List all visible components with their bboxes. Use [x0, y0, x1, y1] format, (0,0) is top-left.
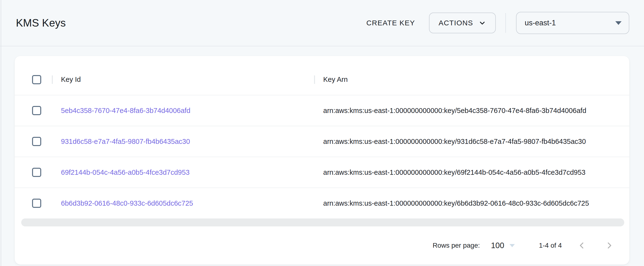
table-row: 69f2144b-054c-4a56-a0b5-4fce3d7cd953 arn… [15, 157, 629, 188]
key-arn-text: arn:aws:kms:us-east-1:000000000000:key/6… [323, 169, 586, 176]
chevron-left-icon [577, 240, 587, 250]
region-select[interactable]: us-east-1 [516, 12, 629, 34]
key-arn-text: arn:aws:kms:us-east-1:000000000000:key/6… [323, 199, 589, 207]
keys-table-card: Key Id Key Arn 5eb4c358-7670-47e4-8fa6-3… [15, 56, 629, 264]
caret-down-icon [510, 244, 515, 247]
rows-per-page-label: Rows per page: [433, 242, 480, 249]
next-page-button[interactable] [602, 238, 617, 253]
pagination-bar: Rows per page: 100 1-4 of 4 [15, 226, 629, 264]
column-header-key-id: Key Id [61, 76, 81, 83]
horizontal-scrollbar[interactable] [21, 218, 624, 226]
page-range-label: 1-4 of 4 [539, 242, 562, 249]
row-checkbox[interactable] [32, 199, 41, 208]
key-id-link[interactable]: 69f2144b-054c-4a56-a0b5-4fce3d7cd953 [61, 169, 190, 176]
previous-page-button[interactable] [574, 238, 589, 253]
header-checkbox-cell [15, 75, 52, 84]
region-select-value: us-east-1 [525, 19, 556, 27]
key-id-link[interactable]: 931d6c58-e7a7-4fa5-9807-fb4b6435ac30 [61, 138, 190, 146]
actions-button-label: ACTIONS [439, 19, 473, 27]
chevron-down-icon [478, 19, 486, 27]
actions-button[interactable]: ACTIONS [429, 13, 496, 33]
key-id-link[interactable]: 6b6d3b92-0616-48c0-933c-6d605dc6c725 [61, 199, 193, 207]
header-cell-key-id: Key Id [52, 76, 314, 83]
rows-per-page-select[interactable]: 100 [490, 239, 516, 251]
table-row: 6b6d3b92-0616-48c0-933c-6d605dc6c725 arn… [15, 188, 629, 218]
column-header-key-arn: Key Arn [323, 76, 348, 83]
header-vertical-divider [506, 13, 506, 33]
select-all-checkbox[interactable] [32, 75, 41, 84]
key-id-link[interactable]: 5eb4c358-7670-47e4-8fa6-3b74d4006afd [61, 107, 190, 115]
caret-down-icon [615, 21, 622, 25]
column-resize-handle[interactable] [52, 75, 53, 84]
row-checkbox[interactable] [32, 168, 41, 177]
header-cell-key-arn: Key Arn [314, 76, 629, 83]
page-header: KMS Keys CREATE KEY ACTIONS us-east-1 [0, 0, 644, 46]
chevron-right-icon [604, 240, 614, 250]
row-checkbox[interactable] [32, 106, 41, 115]
key-arn-text: arn:aws:kms:us-east-1:000000000000:key/9… [323, 138, 586, 146]
left-edge-divider [1, 0, 1, 266]
table-row: 5eb4c358-7670-47e4-8fa6-3b74d4006afd arn… [15, 95, 629, 126]
table-header-row: Key Id Key Arn [15, 64, 629, 95]
column-resize-handle[interactable] [314, 75, 315, 84]
row-checkbox[interactable] [32, 137, 41, 146]
header-actions: CREATE KEY ACTIONS us-east-1 [361, 12, 629, 34]
key-arn-text: arn:aws:kms:us-east-1:000000000000:key/5… [323, 107, 586, 115]
page-title: KMS Keys [16, 17, 66, 29]
table-row: 931d6c58-e7a7-4fa5-9807-fb4b6435ac30 arn… [15, 126, 629, 157]
rows-per-page-value: 100 [491, 241, 504, 250]
create-key-button[interactable]: CREATE KEY [361, 15, 420, 31]
